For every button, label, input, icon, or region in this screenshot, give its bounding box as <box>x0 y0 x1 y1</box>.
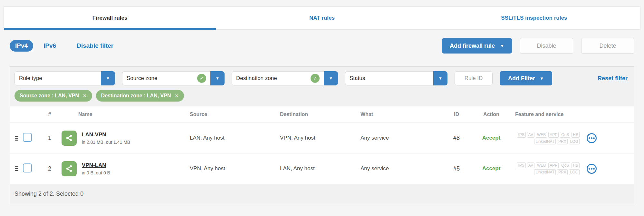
chevron-down-icon: ▼ <box>540 76 544 81</box>
tab-nat-rules[interactable]: NAT rules <box>216 7 428 29</box>
share-icon <box>62 131 77 146</box>
ipv6-toggle[interactable]: IPv6 <box>43 42 56 49</box>
rule-name-link[interactable]: LAN-VPN <box>82 132 130 138</box>
source-zone-select-label: Source zone <box>127 75 157 82</box>
rule-destination: LAN, Any host <box>280 165 360 172</box>
feature-badge: APP <box>548 132 559 138</box>
feature-badge: QoS <box>560 162 570 168</box>
col-header-name: Name <box>60 112 190 117</box>
tab-bar: Firewall rules NAT rules SSL/TLS inspect… <box>4 6 640 30</box>
col-header-id: ID <box>454 112 459 117</box>
rule-features-cell: IPSAVWEBAPPQoSHB LinkedNATPRXLOG <box>511 132 634 144</box>
feature-badge: LinkedNAT <box>534 139 555 144</box>
feature-badge: AV <box>527 132 534 138</box>
table-body: 1 LAN-VPN in 2.81 MB, out 1.41 MB LAN, A… <box>10 123 634 184</box>
delete-button[interactable]: Delete <box>581 38 634 54</box>
chevron-down-icon[interactable]: ▼ <box>101 71 115 85</box>
filter-row: Rule type ▼ Source zone ✓ ▼ Destination … <box>10 67 634 87</box>
chip-label: Source zone : LAN, VPN <box>20 93 79 99</box>
showing-status-text: Showing 2 of 2. Selected 0 <box>14 191 83 197</box>
rule-what: Any service <box>360 135 441 141</box>
feature-badges-line1: IPSAVWEBAPPQoSHB <box>517 162 580 168</box>
feature-badge: AV <box>527 162 534 168</box>
feature-badge: LOG <box>569 169 580 175</box>
feature-badge: IPS <box>517 162 525 168</box>
chevron-down-icon: ▼ <box>500 44 504 48</box>
rule-destination: VPN, Any host <box>280 135 360 141</box>
add-filter-button[interactable]: Add Filter ▼ <box>500 71 552 85</box>
close-icon[interactable]: ✕ <box>83 93 87 99</box>
chevron-down-icon[interactable]: ▼ <box>433 71 447 85</box>
rule-name-cell: LAN-VPN in 2.81 MB, out 1.41 MB <box>60 131 190 146</box>
feature-badge: HB <box>572 162 580 168</box>
ellipsis-icon[interactable] <box>587 164 597 174</box>
drag-handle[interactable] <box>14 164 20 173</box>
add-firewall-rule-label: Add firewall rule <box>450 43 495 49</box>
rule-action: Accept <box>482 165 501 172</box>
disable-filter-link[interactable]: Disable filter <box>77 42 113 49</box>
feature-badge: LOG <box>569 139 580 144</box>
drag-handle[interactable] <box>14 134 20 142</box>
feature-badges-line1: IPSAVWEBAPPQoSHB <box>517 132 580 138</box>
rule-name-link[interactable]: VPN-LAN <box>82 162 110 169</box>
active-filter-chips: Source zone : LAN, VPN ✕ Destination zon… <box>10 87 634 106</box>
destination-zone-filter-chip: Destination zone : LAN, VPN ✕ <box>96 90 184 102</box>
disable-button[interactable]: Disable <box>520 38 573 54</box>
feature-badge: PRX <box>557 139 568 144</box>
destination-zone-select[interactable]: Destination zone ✓ ▼ <box>232 71 338 85</box>
feature-badges-line2: LinkedNATPRXLOG <box>534 139 580 144</box>
ellipsis-icon[interactable] <box>587 133 597 143</box>
table-footer: Showing 2 of 2. Selected 0 <box>10 184 634 204</box>
check-circle-icon: ✓ <box>197 74 206 83</box>
rule-action: Accept <box>482 135 501 141</box>
rule-what: Any service <box>360 165 441 172</box>
tab-ssl-tls-inspection-rules[interactable]: SSL/TLS inspection rules <box>428 7 640 29</box>
feature-badge: IPS <box>517 132 525 138</box>
rule-source: LAN, Any host <box>190 135 280 141</box>
feature-badge: WEB <box>536 132 547 138</box>
col-header-action: Action <box>483 112 499 117</box>
feature-badge: PRX <box>557 169 568 175</box>
rule-type-select-label: Rule type <box>19 75 42 82</box>
chevron-down-icon[interactable]: ▼ <box>210 71 225 85</box>
add-firewall-rule-button[interactable]: Add firewall rule ▼ <box>442 38 512 54</box>
firewall-rules-table: # Name Source Destination What ID Action… <box>10 106 634 204</box>
table-header-row: # Name Source Destination What ID Action… <box>10 106 634 123</box>
col-header-source: Source <box>190 112 280 117</box>
check-circle-icon: ✓ <box>311 74 320 83</box>
rule-number: 1 <box>48 135 51 142</box>
rule-traffic-stats: in 2.81 MB, out 1.41 MB <box>82 140 130 145</box>
reset-filter-link[interactable]: Reset filter <box>598 75 628 82</box>
feature-badge: APP <box>548 162 559 168</box>
chip-label: Destination zone : LAN, VPN <box>101 93 171 99</box>
rule-type-select[interactable]: Rule type ▼ <box>14 71 115 85</box>
row-checkbox[interactable] <box>23 163 32 172</box>
col-header-feature-service: Feature and service <box>511 112 634 117</box>
rule-features-cell: IPSAVWEBAPPQoSHB LinkedNATPRXLOG <box>511 162 634 175</box>
rule-traffic-stats: in 0 B, out 0 B <box>82 170 110 175</box>
rule-source: VPN, Any host <box>190 165 280 172</box>
col-header-what: What <box>360 112 441 117</box>
ipv4-toggle[interactable]: IPv4 <box>10 40 33 52</box>
rule-id: #5 <box>453 165 460 172</box>
source-zone-filter-chip: Source zone : LAN, VPN ✕ <box>14 90 92 102</box>
close-icon[interactable]: ✕ <box>175 93 179 99</box>
chevron-down-icon[interactable]: ▼ <box>324 71 338 85</box>
destination-zone-select-label: Destination zone <box>236 75 277 82</box>
toolbar: IPv4 IPv6 Disable filter Add firewall ru… <box>10 38 634 54</box>
feature-badges: IPSAVWEBAPPQoSHB LinkedNATPRXLOG <box>515 162 580 175</box>
rule-name-cell: VPN-LAN in 0 B, out 0 B <box>60 161 190 176</box>
status-select-label: Status <box>350 75 365 82</box>
tab-firewall-rules[interactable]: Firewall rules <box>4 7 216 29</box>
row-checkbox[interactable] <box>23 133 32 142</box>
source-zone-select[interactable]: Source zone ✓ ▼ <box>122 71 225 85</box>
feature-badge: LinkedNAT <box>534 169 555 175</box>
status-select[interactable]: Status ▼ <box>345 71 447 85</box>
rule-id-input[interactable] <box>455 71 493 85</box>
share-icon <box>62 161 77 176</box>
rules-panel: Rule type ▼ Source zone ✓ ▼ Destination … <box>10 66 634 204</box>
rule-number: 2 <box>48 165 51 172</box>
feature-badges-line2: LinkedNATPRXLOG <box>534 169 580 175</box>
table-row: 2 VPN-LAN in 0 B, out 0 B VPN, Any host … <box>10 153 634 184</box>
feature-badge: WEB <box>536 162 547 168</box>
